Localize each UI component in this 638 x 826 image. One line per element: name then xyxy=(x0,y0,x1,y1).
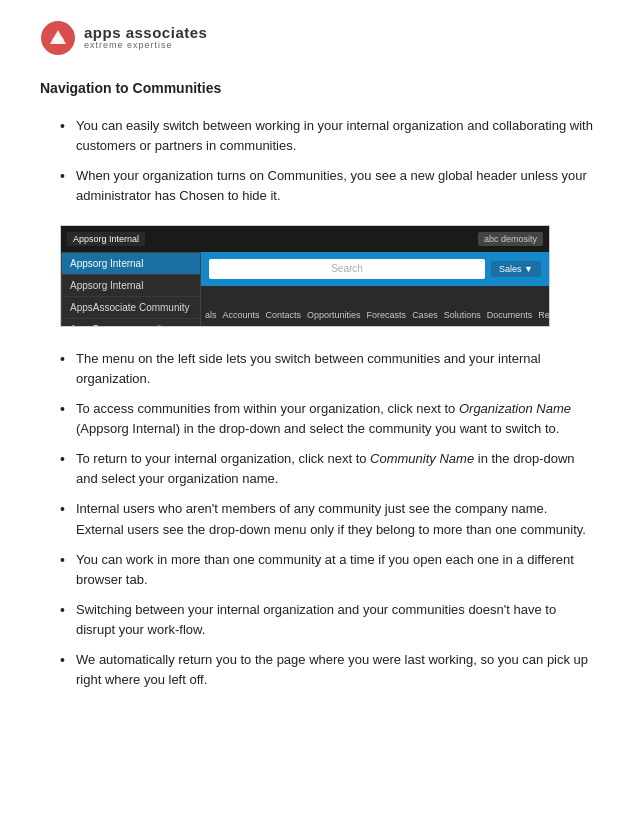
page-title: Navigation to Communities xyxy=(40,80,598,96)
logo-sub-text: extreme expertise xyxy=(84,41,207,51)
bullet-browser-tab-text: You can work in more than one community … xyxy=(76,552,574,587)
logo: apps associates extreme expertise xyxy=(40,20,207,56)
bullet-internal-users: Internal users who aren't members of any… xyxy=(60,499,598,539)
tab-solutions: Solutions xyxy=(444,310,481,320)
bullet-access-communities-text: To access communities from within your o… xyxy=(76,401,571,436)
logo-main-text: apps associates xyxy=(84,25,207,42)
apps-associates-logo-icon xyxy=(40,20,76,56)
svg-point-1 xyxy=(55,37,61,43)
dropdown-item-appsassociate: AppsAssociate Community xyxy=(62,297,200,319)
sf-tab-bar: als Accounts Contacts Opportunities Fore… xyxy=(201,304,549,326)
bullet-auto-return-text: We automatically return you to the page … xyxy=(76,652,588,687)
sf-search-input: Search xyxy=(209,259,485,279)
tab-contacts: Contacts xyxy=(266,310,302,320)
sf-nav-top-bar: Appsorg Internal abc demosity xyxy=(61,226,549,252)
tab-opportunities: Opportunities xyxy=(307,310,361,320)
sf-search-bar: Search Sales ▼ xyxy=(201,252,549,286)
tab-cases: Cases xyxy=(412,310,438,320)
sf-sales-button: Sales ▼ xyxy=(491,261,541,277)
screenshot-container: Appsorg Internal abc demosity Appsorg In… xyxy=(60,225,550,327)
bullet-return-org: To return to your internal organization,… xyxy=(60,449,598,489)
tab-forecasts: Forecasts xyxy=(367,310,407,320)
tab-als: als xyxy=(205,310,217,320)
bullet-switching: Switching between your internal organiza… xyxy=(60,600,598,640)
sf-user-badge: abc demosity xyxy=(478,232,543,246)
tab-documents: Documents xyxy=(487,310,533,320)
bullet-item-1: You can easily switch between working in… xyxy=(60,116,598,156)
bullet-switching-text: Switching between your internal organiza… xyxy=(76,602,556,637)
header: apps associates extreme expertise xyxy=(40,20,598,56)
section2-bullets: The menu on the left side lets you switc… xyxy=(60,349,598,691)
tab-accounts: Accounts xyxy=(223,310,260,320)
bullet-internal-users-text: Internal users who aren't members of any… xyxy=(76,501,586,536)
dropdown-item-appsorg: Appsorg Internal xyxy=(62,253,200,275)
sf-org-label: Appsorg Internal xyxy=(67,232,145,246)
logo-text: apps associates extreme expertise xyxy=(84,25,207,51)
bullet-return-org-text: To return to your internal organization,… xyxy=(76,451,575,486)
dropdown-item-appsorg2: Appsorg Internal xyxy=(62,275,200,297)
section1-bullets: You can easily switch between working in… xyxy=(60,116,598,207)
tab-reports: Reports xyxy=(538,310,549,320)
sf-nav-mockup: Appsorg Internal abc demosity Appsorg In… xyxy=(61,226,549,326)
bullet-item-2: When your organization turns on Communit… xyxy=(60,166,598,206)
bullet-access-communities: To access communities from within your o… xyxy=(60,399,598,439)
bullet-menu-left: The menu on the left side lets you switc… xyxy=(60,349,598,389)
sf-dropdown-panel: Appsorg Internal Appsorg Internal AppsAs… xyxy=(61,252,201,327)
dropdown-item-appsdemo: AppsDemocommunity (Preview) xyxy=(62,319,200,327)
bullet-menu-left-text: The menu on the left side lets you switc… xyxy=(76,351,541,386)
bullet-browser-tab: You can work in more than one community … xyxy=(60,550,598,590)
bullet-text-1: You can easily switch between working in… xyxy=(76,118,593,153)
bullet-text-2: When your organization turns on Communit… xyxy=(76,168,587,203)
bullet-auto-return: We automatically return you to the page … xyxy=(60,650,598,690)
